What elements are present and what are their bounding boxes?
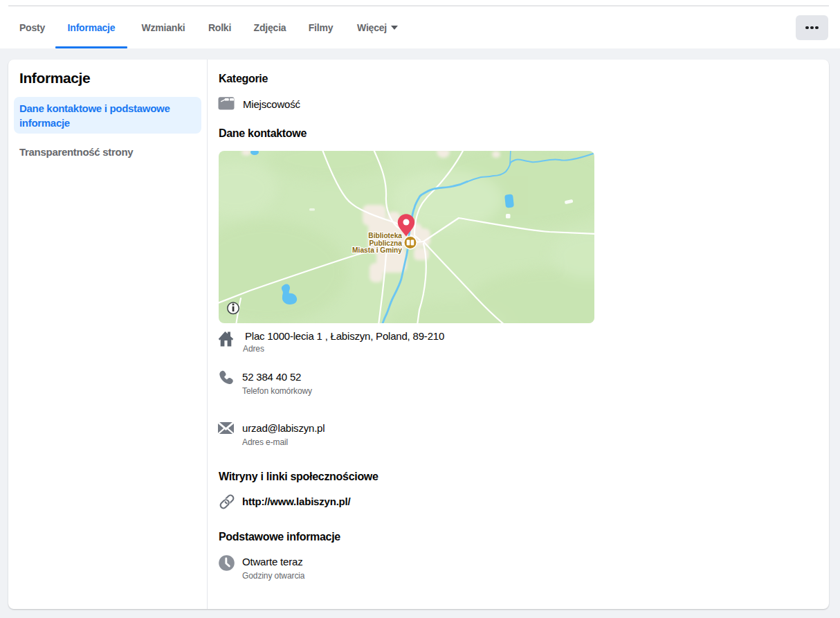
svg-text:Biblioteka: Biblioteka bbox=[368, 232, 402, 239]
svg-text:Publiczna: Publiczna bbox=[369, 239, 402, 247]
svg-text:Miasta i Gminy: Miasta i Gminy bbox=[352, 246, 402, 254]
